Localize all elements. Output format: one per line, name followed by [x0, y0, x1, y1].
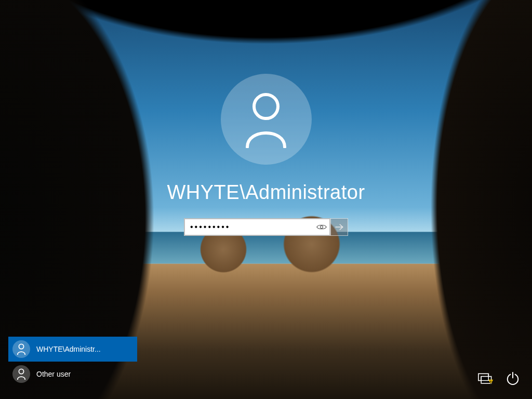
eye-icon — [316, 223, 327, 231]
password-input[interactable] — [185, 222, 314, 232]
user-switch-list: WHYTE\Administr... Other user — [8, 337, 137, 387]
user-avatar-small — [12, 365, 30, 383]
user-tile-other[interactable]: Other user — [8, 362, 137, 387]
login-panel: WHYTE\Administrator — [131, 74, 401, 236]
user-icon — [16, 368, 26, 380]
reveal-password-button[interactable] — [314, 219, 329, 235]
svg-point-3 — [19, 369, 23, 374]
username-label: WHYTE\Administrator — [167, 181, 365, 204]
user-icon — [16, 343, 26, 355]
user-avatar-small — [12, 340, 30, 358]
system-controls — [477, 370, 522, 388]
submit-button[interactable] — [330, 218, 348, 236]
power-button[interactable] — [504, 370, 522, 388]
svg-point-2 — [19, 344, 23, 349]
password-row — [184, 218, 348, 236]
svg-rect-7 — [490, 383, 491, 383]
user-avatar-large — [221, 74, 312, 165]
user-icon — [240, 91, 292, 148]
svg-point-1 — [321, 226, 323, 229]
svg-rect-6 — [490, 381, 491, 383]
user-tile-administrator[interactable]: WHYTE\Administr... — [8, 337, 137, 362]
network-status-button[interactable] — [477, 370, 495, 388]
arrow-right-icon — [335, 223, 344, 231]
svg-point-0 — [254, 95, 278, 118]
password-field-container — [184, 218, 330, 236]
user-tile-label: WHYTE\Administr... — [36, 345, 101, 353]
power-icon — [506, 372, 520, 385]
network-warning-icon — [478, 372, 494, 385]
user-tile-label: Other user — [36, 370, 71, 378]
